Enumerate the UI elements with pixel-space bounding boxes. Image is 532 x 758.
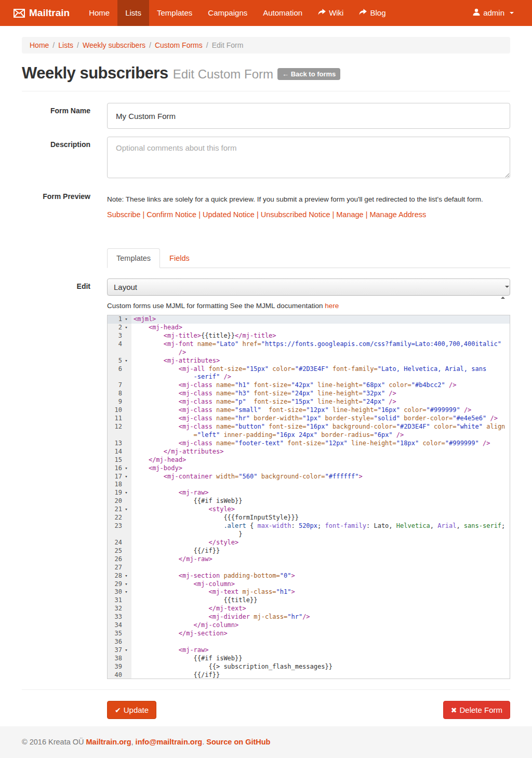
description-label: Description	[22, 137, 90, 180]
fold-spacer	[122, 373, 130, 381]
back-arrow-icon: ←	[282, 70, 289, 78]
editor-line: 32 </mj-text>	[108, 605, 510, 613]
user-menu[interactable]: admin	[465, 0, 522, 26]
tab-templates[interactable]: Templates	[107, 248, 160, 268]
preview-link-updated-notice[interactable]: Updated Notice	[203, 210, 255, 219]
nav-item-automation[interactable]: Automation	[255, 0, 310, 26]
fold-spacer	[122, 440, 130, 448]
x-icon: ✖	[451, 706, 457, 714]
editor-line: 5▾ <mj-attributes>	[108, 357, 510, 365]
main-nav: HomeListsTemplatesCampaignsAutomationWik…	[81, 0, 393, 26]
editor-gutter-cell: 35	[108, 630, 131, 638]
user-name: admin	[483, 0, 504, 26]
editor-gutter-cell: 18	[108, 481, 131, 489]
edit-template-select[interactable]: Layout	[107, 278, 510, 296]
footer-link-info-mailtrain-org[interactable]: info@mailtrain.org	[136, 738, 203, 746]
share-icon	[359, 0, 367, 26]
fold-arrow-icon[interactable]: ▾	[122, 506, 130, 514]
breadcrumb-link-home[interactable]: Home	[30, 41, 49, 49]
nav-item-campaigns[interactable]: Campaigns	[200, 0, 255, 26]
footer-link-mailtrain-org[interactable]: Mailtrain.org	[86, 738, 131, 746]
nav-item-wiki[interactable]: Wiki	[310, 0, 351, 26]
fold-spacer	[122, 365, 130, 374]
fold-arrow-icon[interactable]: ▾	[122, 473, 130, 481]
fold-arrow-icon[interactable]: ▾	[122, 588, 130, 596]
fold-arrow-icon[interactable]: ▾	[122, 646, 130, 655]
mjml-docs-link[interactable]: here	[325, 302, 339, 310]
fold-arrow-icon[interactable]: ▾	[122, 464, 130, 473]
form-preview-label: Form Preview	[22, 192, 90, 219]
fold-spacer	[122, 381, 130, 390]
user-icon	[473, 0, 480, 26]
editor-gutter-cell: 8	[108, 390, 131, 398]
editor-gutter-cell	[108, 530, 131, 539]
footer-link-source-on-github[interactable]: Source on GitHub	[206, 738, 270, 746]
page-title: Weekly subscribers	[22, 64, 168, 82]
editor-line: 35 </mj-section>	[108, 630, 510, 638]
nav-item-templates[interactable]: Templates	[149, 0, 200, 26]
mjml-code-editor[interactable]: 1▾<mjml>2▾ <mj-head>3 <mj-title>{{title}…	[107, 315, 510, 679]
breadcrumb: Home/Lists/Weekly subscribers/Custom For…	[22, 37, 510, 54]
editor-line: 34 </mj-column>	[108, 621, 510, 630]
nav-item-lists[interactable]: Lists	[117, 0, 149, 26]
update-button[interactable]: ✔Update	[107, 701, 156, 719]
form-name-row: Form Name	[22, 103, 510, 129]
form-name-input[interactable]	[107, 103, 510, 129]
editor-line: 7 <mj-class name="h1" font-size="42px" l…	[108, 381, 510, 390]
check-icon: ✔	[115, 706, 121, 714]
editor-line: 9 <mj-class name="p" font-size="15px" li…	[108, 398, 510, 406]
editor-line: 1▾<mjml>	[108, 315, 510, 324]
preview-link-unsubscribed-notice[interactable]: Unsubscribed Notice	[261, 210, 330, 219]
editor-line: 10 <mj-class name="small" font-size="12p…	[108, 406, 510, 415]
fold-spacer	[122, 514, 130, 522]
editor-line: 40 {{/if}}	[108, 671, 510, 679]
fold-spacer	[122, 398, 130, 406]
preview-link-confirm-notice[interactable]: Confirm Notice	[147, 210, 196, 219]
page-footer: © 2016 Kreata OÜ Mailtrain.org, info@mai…	[0, 726, 532, 758]
fold-spacer	[122, 596, 130, 605]
description-textarea[interactable]	[107, 137, 510, 178]
breadcrumb-link-weekly-subscribers[interactable]: Weekly subscribers	[83, 41, 145, 49]
preview-link-manage-address[interactable]: Manage Address	[369, 210, 426, 219]
nav-item-blog[interactable]: Blog	[351, 0, 393, 26]
fold-spacer	[122, 539, 130, 547]
editor-line: 2▾ <mj-head>	[108, 324, 510, 332]
fold-spacer	[122, 638, 130, 646]
editor-gutter-cell: 30▾	[108, 588, 131, 596]
editor-gutter-cell: 5▾	[108, 357, 131, 365]
editor-line: 17▾ <mj-container width="560" background…	[108, 473, 510, 481]
fold-arrow-icon[interactable]: ▾	[122, 572, 130, 580]
editor-line: 18	[108, 481, 510, 489]
editor-gutter-cell: 39	[108, 663, 131, 671]
fold-arrow-icon[interactable]: ▾	[122, 357, 130, 365]
editor-gutter-cell: 12	[108, 423, 131, 431]
share-icon	[318, 0, 326, 26]
fold-spacer	[122, 456, 130, 464]
fold-spacer	[122, 555, 130, 564]
fold-arrow-icon[interactable]: ▾	[122, 580, 130, 589]
editor-line: 33 <mj-divider mj-class="hr"/>	[108, 613, 510, 621]
fold-arrow-icon[interactable]: ▾	[122, 315, 130, 324]
editor-line: 6 <mj-all font-size="15px" color="#2D3E4…	[108, 365, 510, 374]
editor-gutter-cell: 6	[108, 365, 131, 374]
preview-link-manage[interactable]: Manage	[336, 210, 363, 219]
breadcrumb-link-custom-forms[interactable]: Custom Forms	[155, 41, 203, 49]
fold-spacer	[122, 530, 130, 539]
preview-link-subscribe[interactable]: Subscribe	[107, 210, 140, 219]
form-preview-row: Form Preview Note: These links are solel…	[22, 192, 510, 219]
tab-fields[interactable]: Fields	[160, 248, 199, 268]
delete-form-button[interactable]: ✖Delete Form	[443, 701, 510, 719]
fold-arrow-icon[interactable]: ▾	[122, 324, 130, 332]
editor-gutter-cell: 25	[108, 547, 131, 555]
nav-item-home[interactable]: Home	[81, 0, 117, 26]
fold-spacer	[122, 340, 130, 349]
fold-arrow-icon[interactable]: ▾	[122, 489, 130, 497]
breadcrumb-link-lists[interactable]: Lists	[58, 41, 73, 49]
back-to-forms-button[interactable]: ← Back to forms	[277, 68, 340, 80]
editor-line: 23 .alert { max-width: 520px; font-famil…	[108, 522, 510, 530]
editor-line: 8 <mj-class name="h3" font-size="24px" l…	[108, 390, 510, 398]
editor-gutter-cell: 34	[108, 621, 131, 630]
editor-gutter-cell: 33	[108, 613, 131, 621]
editor-gutter-cell: 26	[108, 555, 131, 564]
brand-logo[interactable]: Mailtrain	[14, 0, 70, 26]
